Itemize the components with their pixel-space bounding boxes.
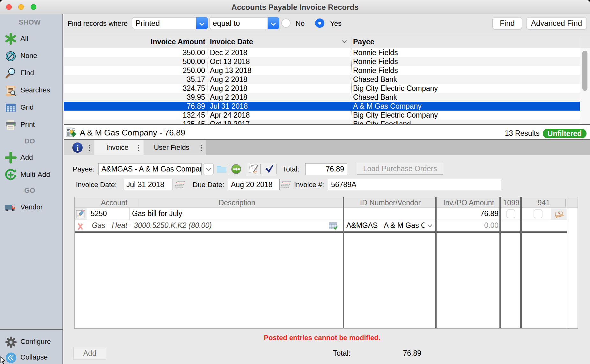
svg-text:i: i [76, 143, 78, 153]
